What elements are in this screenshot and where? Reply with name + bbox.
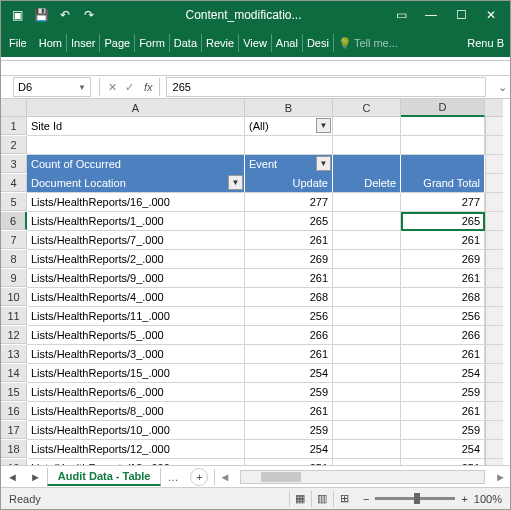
formula-input[interactable]: 265 <box>166 77 486 97</box>
cell-D15[interactable]: 259 <box>401 383 485 402</box>
vscroll-track[interactable] <box>485 155 503 174</box>
row-header-9[interactable]: 9 <box>1 269 27 287</box>
normal-view-icon[interactable]: ▦ <box>289 491 311 507</box>
user-name[interactable]: Renu B <box>465 37 506 49</box>
pivot-update-label[interactable]: Update <box>245 174 333 193</box>
cell-C14[interactable] <box>333 364 401 383</box>
row-header-15[interactable]: 15 <box>1 383 27 401</box>
cell-D10[interactable]: 268 <box>401 288 485 307</box>
row-header-3[interactable]: 3 <box>1 155 27 173</box>
cell-B2[interactable] <box>245 136 333 155</box>
fx-icon[interactable]: fx <box>140 81 157 93</box>
row-header-2[interactable]: 2 <box>1 136 27 154</box>
cell-D18[interactable]: 254 <box>401 440 485 459</box>
cell-C11[interactable] <box>333 307 401 326</box>
row-header-17[interactable]: 17 <box>1 421 27 439</box>
cell-A6[interactable]: Lists/HealthReports/1_.000 <box>27 212 245 231</box>
cell-B14[interactable]: 254 <box>245 364 333 383</box>
hscroll-right-icon[interactable]: ► <box>491 471 510 483</box>
row-header-10[interactable]: 10 <box>1 288 27 306</box>
pivot-hdr-c3[interactable] <box>333 155 401 174</box>
minimize-icon[interactable]: — <box>416 8 446 22</box>
tab-design[interactable]: Desi <box>303 34 334 52</box>
ribbon-options-icon[interactable]: ▭ <box>386 8 416 22</box>
add-sheet-icon[interactable]: + <box>190 468 208 486</box>
vscroll-track[interactable] <box>485 288 503 307</box>
cell-A9[interactable]: Lists/HealthReports/9_.000 <box>27 269 245 288</box>
cell-B9[interactable]: 261 <box>245 269 333 288</box>
cell-A8[interactable]: Lists/HealthReports/2_.000 <box>27 250 245 269</box>
maximize-icon[interactable]: ☐ <box>446 8 476 22</box>
cell-D16[interactable]: 261 <box>401 402 485 421</box>
cell-B18[interactable]: 254 <box>245 440 333 459</box>
vscroll-track[interactable] <box>485 345 503 364</box>
row-header-19[interactable]: 19 <box>1 459 27 465</box>
vscroll-track[interactable] <box>485 193 503 212</box>
col-header-D[interactable]: D <box>401 99 485 117</box>
pivot-count-label[interactable]: Count of Occurred <box>27 155 245 174</box>
page-break-icon[interactable]: ⊞ <box>333 491 355 507</box>
sheet-tab-active[interactable]: Audit Data - Table <box>47 468 162 486</box>
cell-A15[interactable]: Lists/HealthReports/6_.000 <box>27 383 245 402</box>
row-header-4[interactable]: 4 <box>1 174 27 192</box>
cell-A14[interactable]: Lists/HealthReports/15_.000 <box>27 364 245 383</box>
cell-A10[interactable]: Lists/HealthReports/4_.000 <box>27 288 245 307</box>
cell-A17[interactable]: Lists/HealthReports/10_.000 <box>27 421 245 440</box>
cell-C8[interactable] <box>333 250 401 269</box>
cell-B19[interactable]: 251 <box>245 459 333 465</box>
zoom-out-icon[interactable]: − <box>363 493 369 505</box>
cell-C7[interactable] <box>333 231 401 250</box>
tab-view[interactable]: View <box>239 34 272 52</box>
cell-D2[interactable] <box>401 136 485 155</box>
col-header-C[interactable]: C <box>333 99 401 117</box>
cell-C6[interactable] <box>333 212 401 231</box>
vscroll-track[interactable] <box>485 421 503 440</box>
row-header-12[interactable]: 12 <box>1 326 27 344</box>
vscroll-track[interactable] <box>485 136 503 155</box>
enter-icon[interactable]: ✓ <box>125 81 134 94</box>
zoom-slider[interactable] <box>375 497 455 500</box>
cell-B1[interactable]: (All)▼ <box>245 117 333 136</box>
cell-C1[interactable] <box>333 117 401 136</box>
vscroll-track[interactable] <box>485 117 503 136</box>
vscroll-track[interactable] <box>485 326 503 345</box>
row-header-5[interactable]: 5 <box>1 193 27 211</box>
row-header-13[interactable]: 13 <box>1 345 27 363</box>
cell-C13[interactable] <box>333 345 401 364</box>
vscroll-track[interactable] <box>485 459 503 465</box>
worksheet[interactable]: ABCD1Site Id(All)▼23Count of OccurredEve… <box>1 99 510 465</box>
cell-D8[interactable]: 269 <box>401 250 485 269</box>
tab-file[interactable]: File <box>5 34 35 52</box>
cell-D11[interactable]: 256 <box>401 307 485 326</box>
col-header-A[interactable]: A <box>27 99 245 117</box>
cell-A16[interactable]: Lists/HealthReports/8_.000 <box>27 402 245 421</box>
row-header-8[interactable]: 8 <box>1 250 27 268</box>
cell-B10[interactable]: 268 <box>245 288 333 307</box>
row-header-11[interactable]: 11 <box>1 307 27 325</box>
row-header-14[interactable]: 14 <box>1 364 27 382</box>
cell-C9[interactable] <box>333 269 401 288</box>
cell-A19[interactable]: Lists/HealthReports/13_.000 <box>27 459 245 465</box>
cell-C5[interactable] <box>333 193 401 212</box>
save-icon[interactable]: 💾 <box>29 8 53 22</box>
cell-D7[interactable]: 261 <box>401 231 485 250</box>
zoom-level[interactable]: 100% <box>474 493 502 505</box>
vscroll-track[interactable] <box>485 269 503 288</box>
vscroll-track[interactable] <box>485 364 503 383</box>
vscroll-track[interactable] <box>485 212 503 231</box>
select-all[interactable] <box>1 99 27 117</box>
row-header-1[interactable]: 1 <box>1 117 27 135</box>
cell-A11[interactable]: Lists/HealthReports/11_.000 <box>27 307 245 326</box>
chevron-down-icon[interactable]: ▼ <box>78 83 86 92</box>
cell-A13[interactable]: Lists/HealthReports/3_.000 <box>27 345 245 364</box>
pivot-hdr-d3[interactable] <box>401 155 485 174</box>
vscroll-track[interactable] <box>485 250 503 269</box>
cell-A18[interactable]: Lists/HealthReports/12_.000 <box>27 440 245 459</box>
cell-C18[interactable] <box>333 440 401 459</box>
next-sheet-icon[interactable]: ► <box>24 471 47 483</box>
tab-page-layout[interactable]: Page <box>100 34 135 52</box>
cell-C10[interactable] <box>333 288 401 307</box>
cell-B5[interactable]: 277 <box>245 193 333 212</box>
cell-C16[interactable] <box>333 402 401 421</box>
pivot-grand-total-label[interactable]: Grand Total <box>401 174 485 193</box>
